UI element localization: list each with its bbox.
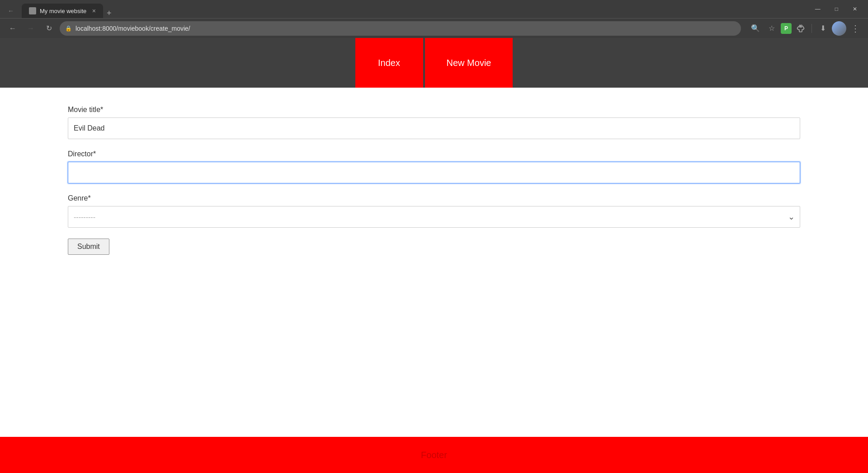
genre-select-wrapper: --------- Action Comedy Drama Horror Sci… (68, 206, 800, 228)
create-movie-form: Movie title* Director* Genre* --------- … (68, 106, 800, 255)
menu-button[interactable]: ⋮ (848, 21, 863, 36)
site-navigation: Index New Movie (0, 38, 868, 88)
tab-close-button[interactable]: × (92, 7, 96, 14)
movie-title-label: Movie title* (68, 106, 800, 114)
browser-toolbar: ← → ↻ 🔒 localhost:8000/moviebook/create_… (0, 18, 868, 38)
submit-button[interactable]: Submit (68, 239, 109, 255)
maximize-button[interactable]: □ (828, 0, 845, 18)
avatar (832, 21, 846, 36)
forward-button[interactable]: → (24, 21, 38, 36)
genre-group: Genre* --------- Action Comedy Drama Hor… (68, 194, 800, 228)
reload-button[interactable]: ↻ (42, 21, 56, 36)
browser-tab[interactable]: My movie website × (22, 4, 103, 18)
history-back-btn[interactable]: ← (4, 4, 18, 18)
back-button[interactable]: ← (5, 21, 20, 36)
extension-icon[interactable]: P (781, 23, 792, 34)
close-button[interactable]: ✕ (845, 0, 864, 18)
director-input[interactable] (68, 162, 800, 183)
nav-index-link[interactable]: Index (355, 38, 423, 88)
tab-favicon (29, 7, 36, 14)
browser-chrome: ← My movie website × + — □ ✕ ← → ↻ 🔒 loc… (0, 0, 868, 38)
window-controls: — □ ✕ (808, 0, 864, 18)
toolbar-actions: 🔍 ☆ P ⬇ ⋮ (748, 21, 863, 36)
genre-select[interactable]: --------- Action Comedy Drama Horror Sci… (68, 206, 800, 228)
bookmark-button[interactable]: ☆ (764, 21, 779, 36)
tab-title: My movie website (40, 8, 86, 14)
movie-title-input[interactable] (68, 117, 800, 139)
submit-group: Submit (68, 239, 800, 255)
extensions-button[interactable] (793, 21, 808, 36)
search-toolbar-button[interactable]: 🔍 (748, 21, 763, 36)
site-footer: Footer (0, 437, 868, 473)
download-button[interactable]: ⬇ (816, 21, 830, 36)
nav-index-label: Index (378, 58, 400, 68)
profile-button[interactable] (832, 21, 846, 36)
new-tab-button[interactable]: + (103, 9, 115, 18)
nav-new-movie-label: New Movie (447, 58, 491, 68)
browser-titlebar: ← My movie website × + — □ ✕ (0, 0, 868, 18)
genre-label: Genre* (68, 194, 800, 202)
main-content: Movie title* Director* Genre* --------- … (0, 88, 868, 437)
footer-text: Footer (421, 450, 447, 460)
lock-icon: 🔒 (65, 25, 72, 32)
toolbar-divider (811, 24, 812, 33)
address-bar[interactable]: 🔒 localhost:8000/moviebook/create_movie/ (60, 21, 741, 36)
url-display: localhost:8000/moviebook/create_movie/ (75, 25, 736, 32)
director-group: Director* (68, 150, 800, 183)
tab-area: ← My movie website × + (4, 0, 115, 18)
director-label: Director* (68, 150, 800, 158)
movie-title-group: Movie title* (68, 106, 800, 139)
minimize-button[interactable]: — (808, 0, 828, 18)
nav-new-movie-link[interactable]: New Movie (425, 38, 513, 88)
